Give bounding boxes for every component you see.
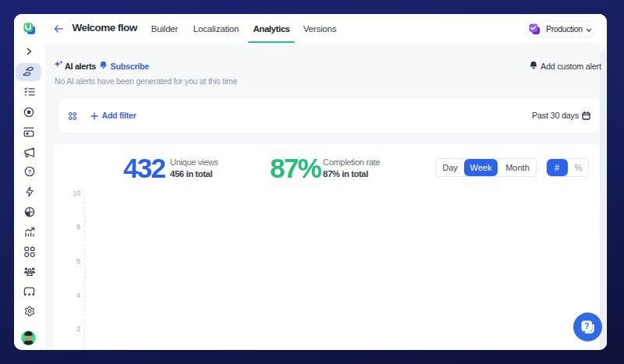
svg-text:?: ? <box>28 168 32 175</box>
svg-text:?: ? <box>584 322 589 330</box>
